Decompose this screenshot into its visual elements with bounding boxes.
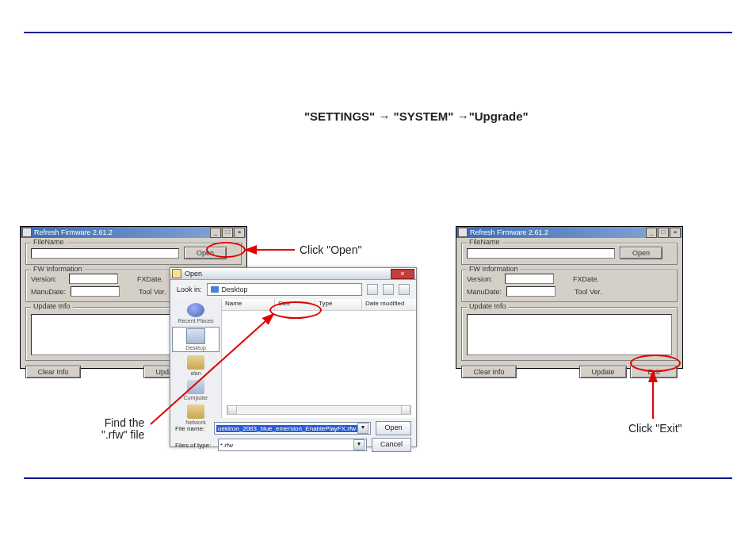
callout-find-file: Find the ".rfw" file [101,417,144,441]
filetype-label: Files of type: [175,442,213,449]
file-list[interactable]: Name Size Type Date modified [222,299,416,418]
open-titlebar[interactable]: Open × [170,268,416,280]
callout-click-open: Click "Open" [300,243,361,256]
version-field [69,274,118,284]
filename-group: FileName Open [461,243,678,265]
chevron-down-icon[interactable]: ▾ [353,439,365,450]
place-user[interactable]: alan [172,354,220,377]
places-bar: Recent Places Desktop alan Computer Netw… [170,299,222,418]
col-size[interactable]: Size [275,299,315,310]
desktop-icon [211,286,219,293]
filetype-value: *.rfw [220,442,233,449]
minimize-button[interactable]: _ [210,228,221,238]
update-info-legend: Update Info [467,302,509,310]
up-folder-icon[interactable] [367,284,378,295]
exit-button-right[interactable]: Exit [630,366,678,378]
lookin-value: Desktop [222,285,248,293]
open-file-dialog: Open × Look in: Desktop Recent Places De… [170,267,417,447]
breadcrumb-heading: "SETTINGS" → "SYSTEM" →"Upgrade" [304,109,529,123]
window-title: Refresh Firmware 2.61.2 [34,228,113,236]
close-button[interactable]: × [391,269,414,279]
update-button[interactable]: Update [579,366,627,378]
place-recent[interactable]: Recent Places [172,302,220,324]
filename-label: File name: [175,425,209,432]
fxdate-label: FXDate. [573,275,606,283]
h-scrollbar[interactable] [227,405,411,415]
close-button[interactable]: × [670,228,681,238]
chevron-down-icon[interactable]: ▾ [357,423,368,434]
bottom-rule [24,477,732,479]
manudate-field [506,286,556,297]
maximize-button[interactable]: □ [658,228,669,238]
window-title: Refresh Firmware 2.61.2 [470,228,548,236]
scroll-right-icon[interactable] [401,406,410,414]
maximize-button[interactable]: □ [222,228,233,238]
update-info-group: Update Info [461,307,678,361]
filename-field[interactable] [467,248,615,259]
filename-field[interactable] [31,248,179,259]
manudate-label: ManuDate: [31,288,66,296]
filename-group: FileName Open [25,243,242,265]
open-button[interactable]: Open [184,247,227,259]
col-date[interactable]: Date modified [362,299,416,310]
toolver-label: Tool Ver. [575,288,608,296]
top-rule [24,32,732,33]
manudate-field [71,286,120,297]
titlebar[interactable]: Refresh Firmware 2.61.2 _ □ × [456,227,682,238]
view-menu-icon[interactable] [399,284,410,295]
col-name[interactable]: Name [222,299,275,310]
minimize-button[interactable]: _ [646,228,657,238]
fxdate-label: FXDate. [137,275,170,283]
clear-info-button[interactable]: Clear Info [25,366,81,378]
filename-legend: FileName [467,238,502,246]
place-desktop[interactable]: Desktop [172,327,220,352]
lookin-combo[interactable]: Desktop [207,283,362,296]
callout-click-exit: Click "Exit" [628,422,682,435]
filename-combo[interactable]: oektron_2083_blue_emersion_EnablePlayFX.… [214,422,371,435]
scroll-left-icon[interactable] [227,406,237,414]
titlebar[interactable]: Refresh Firmware 2.61.2 _ □ × [21,227,246,238]
fw-info-legend: FW Information [31,265,85,273]
filename-value: oektron_2083_blue_emersion_EnablePlayFX.… [216,425,357,432]
lookin-label: Look in: [177,285,202,293]
fw-info-legend: FW Information [467,265,521,273]
cancel-button[interactable]: Cancel [372,438,411,452]
clear-info-button[interactable]: Clear Info [461,366,517,378]
open-button[interactable]: Open [376,421,411,435]
fw-info-group: FW Information Version: FXDate. ManuDate… [461,270,678,302]
refresh-firmware-window-right: Refresh Firmware 2.61.2 _ □ × FileName O… [456,226,683,369]
open-title: Open [185,270,202,278]
update-info-legend: Update Info [31,302,73,310]
toolver-label: Tool Ver. [139,288,172,296]
filename-legend: FileName [31,238,67,246]
version-label: Version: [467,275,500,283]
version-label: Version: [31,275,64,283]
version-field [505,274,554,284]
folder-icon [172,269,181,278]
close-button[interactable]: × [234,228,245,238]
lookin-row: Look in: Desktop [170,280,416,299]
update-info-area [467,314,672,355]
app-icon [458,228,468,237]
open-button[interactable]: Open [620,247,662,259]
place-computer[interactable]: Computer [172,379,220,401]
app-icon [22,228,32,237]
manudate-label: ManuDate: [467,288,502,296]
new-folder-icon[interactable] [383,284,394,295]
col-type[interactable]: Type [315,299,362,310]
filetype-combo[interactable]: *.rfw ▾ [218,439,367,451]
